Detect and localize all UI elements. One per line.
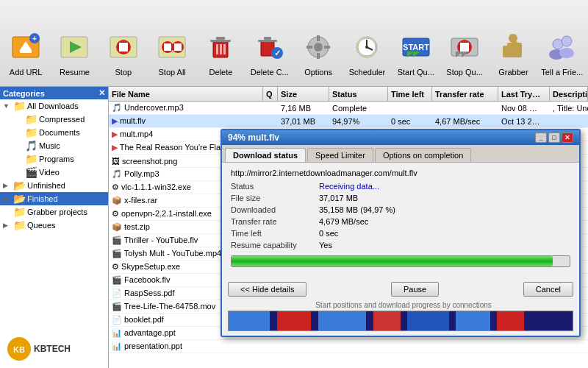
toolbar-grabber-label: Grabber: [498, 68, 528, 77]
cancel-button[interactable]: Cancel: [523, 282, 573, 297]
toolbar-stop-all-button[interactable]: Stop All: [148, 7, 196, 80]
sidebar-item-grabber-projects[interactable]: 📁 Grabber projects: [0, 205, 108, 219]
tab-options-completion[interactable]: Options on completion: [375, 148, 471, 162]
svg-rect-23: [264, 37, 271, 40]
toolbar-grabber-button[interactable]: Grabber: [489, 7, 537, 80]
sidebar-item-queues[interactable]: ▶ 📁 Queues: [0, 219, 108, 232]
folder-icon: 📁: [25, 113, 37, 125]
svg-point-57: [559, 48, 574, 58]
options-icon: [301, 29, 336, 65]
svg-rect-12: [164, 43, 171, 51]
brand-icon: KB: [7, 337, 31, 361]
svg-rect-22: [258, 40, 277, 42]
toolbar-scheduler-button[interactable]: Scheduler: [343, 7, 391, 80]
svg-rect-31: [324, 46, 330, 49]
table-row[interactable]: ▶ mult.flv 37,01 MB 94,97% 0 sec 4,67 MB…: [109, 115, 588, 128]
toolbar-start-queue-button[interactable]: START Start Qu...: [392, 7, 440, 80]
cell-lasttry: Nov 08 …: [498, 104, 550, 113]
toolbar-stop-label: Stop: [115, 68, 132, 77]
toolbar-stop-queue-button[interactable]: Stop Qu...: [440, 7, 489, 80]
svg-point-36: [365, 46, 368, 49]
svg-rect-2: [20, 50, 32, 53]
svg-text:KB: KB: [13, 345, 25, 354]
col-header-lasttry[interactable]: Last Try…: [498, 87, 550, 101]
dialog-content: http://mirror2.internetdownloadmanager.c…: [222, 163, 579, 279]
toolbar-stop-queue-label: Stop Qu...: [446, 68, 483, 77]
svg-rect-28: [317, 35, 320, 41]
pause-button[interactable]: Pause: [391, 282, 439, 297]
sidebar-item-programs[interactable]: 📁 Programs: [0, 152, 108, 166]
downloaded-value: 35,158 MB (94,97 %): [319, 205, 395, 214]
sidebar-item-documents[interactable]: 📁 Documents: [0, 126, 108, 139]
sidebar-item-all-downloads[interactable]: ▼ 📁 All Downloads: [0, 99, 108, 113]
transferrate-value: 4,679 MB/sec: [319, 217, 368, 226]
toolbar-delete-completed-button[interactable]: ✓ Delete C...: [245, 7, 294, 80]
dialog-maximize-button[interactable]: □: [548, 132, 560, 143]
delete-icon: [203, 29, 238, 65]
download-dialog: 94% mult.flv _ □ ✕ Download status Speed…: [220, 129, 581, 337]
cell-status: Complete: [329, 104, 388, 113]
resume-icon: [57, 29, 92, 65]
cell-lasttry: Oct 13 2…: [498, 117, 550, 126]
resume-label: Resume capability: [231, 241, 319, 250]
video-folder-icon: 🎬: [25, 166, 37, 178]
dialog-buttons: << Hide details Pause Cancel: [222, 279, 579, 301]
sidebar-close-button[interactable]: ✕: [98, 88, 105, 98]
toolbar-delete-button[interactable]: Delete: [196, 7, 245, 80]
toolbar-stop-button[interactable]: Stop: [99, 7, 148, 80]
col-header-desc[interactable]: Description: [550, 87, 588, 101]
unfinished-folder-icon: 📂: [13, 180, 26, 191]
toolbar-add-url-label: Add URL: [10, 68, 43, 77]
dialog-minimize-button[interactable]: _: [535, 132, 547, 143]
stop-all-icon: [154, 29, 190, 65]
table-row[interactable]: 📊 presentation.ppt: [109, 340, 588, 353]
grabber-icon: [495, 29, 531, 65]
svg-rect-18: [216, 44, 218, 54]
col-header-q[interactable]: Q: [263, 87, 278, 101]
connection-progress-label: Start positions and download progress by…: [222, 301, 579, 311]
progress-bar-container: [231, 255, 570, 267]
transferrate-label: Transfer rate: [231, 217, 319, 226]
toolbar-tell-friend-button[interactable]: Tell a Frie...: [538, 7, 587, 80]
sidebar-header: Categories ✕: [0, 87, 108, 99]
sidebar-item-compressed[interactable]: 📁 Compressed: [0, 113, 108, 126]
toolbar-start-queue-label: Start Qu...: [398, 68, 434, 77]
queues-folder-icon: 📁: [13, 219, 26, 231]
svg-rect-20: [223, 44, 226, 54]
sidebar-item-music[interactable]: 🎵 Music: [0, 139, 108, 152]
sidebar-item-finished[interactable]: ▶ 📂 Finished: [0, 192, 108, 205]
col-header-filename[interactable]: File Name: [109, 87, 263, 101]
toolbar-add-url-button[interactable]: + Add URL: [1, 7, 50, 80]
stop-queue-icon: [447, 29, 482, 65]
grabber-folder-icon: 📁: [13, 206, 26, 218]
svg-rect-16: [210, 40, 231, 42]
svg-rect-19: [220, 44, 222, 54]
folder-icon: 📁: [25, 127, 37, 138]
col-header-transfer[interactable]: Transfer rate: [432, 87, 498, 101]
dialog-close-button[interactable]: ✕: [562, 132, 573, 143]
sidebar: Categories ✕ ▼ 📁 All Downloads 📁 Compres…: [0, 87, 109, 368]
sidebar-item-video[interactable]: 🎬 Video: [0, 166, 108, 179]
toolbar-resume-button[interactable]: Resume: [50, 7, 98, 80]
tab-download-status[interactable]: Download status: [225, 148, 306, 162]
sidebar-item-unfinished[interactable]: ▶ 📂 Unfinished: [0, 179, 108, 192]
toolbar-options-button[interactable]: Options: [294, 7, 343, 80]
col-header-size[interactable]: Size: [278, 87, 329, 101]
col-header-timeleft[interactable]: Time left: [388, 87, 432, 101]
download-url: http://mirror2.internetdownloadmanager.c…: [231, 169, 570, 177]
table-row[interactable]: 🎵 Undercover.mp3 7,16 MB Complete Nov 08…: [109, 102, 588, 115]
hide-details-button[interactable]: << Hide details: [228, 282, 306, 297]
stop-icon: [106, 29, 141, 65]
tab-speed-limiter[interactable]: Speed Limiter: [307, 148, 373, 162]
cell-timeleft: 0 sec: [388, 117, 432, 126]
dialog-controls: _ □ ✕: [535, 132, 573, 143]
svg-rect-30: [306, 46, 312, 49]
tree-expander: ▶: [3, 222, 13, 229]
col-header-status[interactable]: Status: [329, 87, 388, 101]
toolbar-options-label: Options: [304, 68, 332, 77]
filesize-label: File size: [231, 194, 319, 202]
svg-rect-29: [317, 53, 320, 59]
filesize-row: File size 37,017 MB: [231, 194, 570, 202]
status-field-value: Receiving data...: [319, 182, 379, 191]
tree-expander: ▼: [3, 102, 13, 110]
